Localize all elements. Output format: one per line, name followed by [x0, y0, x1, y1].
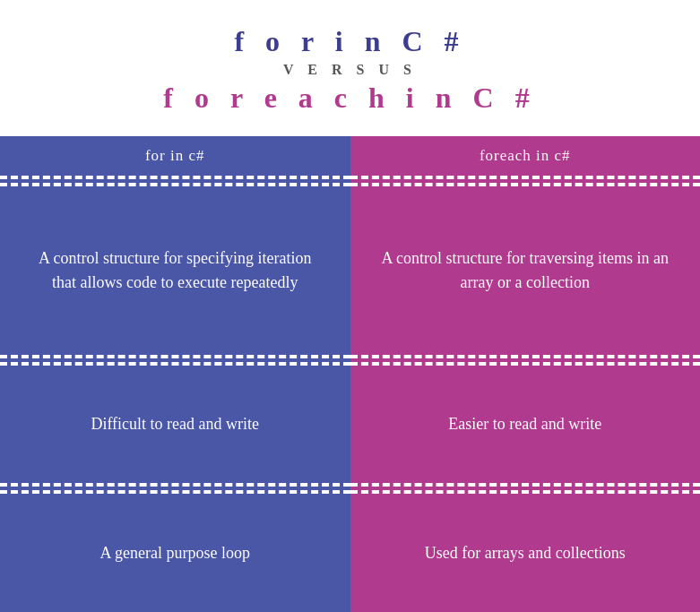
table-row: A control structure for specifying itera…: [0, 186, 700, 355]
column-headers: for in c# foreach in c#: [0, 136, 700, 176]
cell-left-1: A control structure for specifying itera…: [0, 186, 350, 355]
title-for: f o r i n C #: [18, 25, 682, 58]
cell-right-3: Used for arrays and collections: [350, 494, 701, 612]
table-row: A general purpose loop Used for arrays a…: [0, 494, 700, 612]
col-header-foreach: foreach in c#: [350, 136, 701, 176]
cell-right-1: A control structure for traversing items…: [350, 186, 701, 355]
comparison-table: for in c# foreach in c# A control struct…: [0, 136, 700, 612]
divider-2: [0, 355, 700, 366]
cell-left-2: Difficult to read and write: [0, 366, 350, 484]
col-header-for: for in c#: [0, 136, 350, 176]
divider-1: [0, 176, 700, 186]
versus-label: V E R S U S: [18, 62, 682, 78]
title-foreach: f o r e a c h i n C #: [18, 82, 682, 115]
divider-3: [0, 483, 700, 494]
cell-right-2: Easier to read and write: [350, 366, 701, 484]
table-row: Difficult to read and write Easier to re…: [0, 366, 700, 484]
page-header: f o r i n C # V E R S U S f o r e a c h …: [0, 0, 700, 124]
cell-left-3: A general purpose loop: [0, 494, 350, 612]
